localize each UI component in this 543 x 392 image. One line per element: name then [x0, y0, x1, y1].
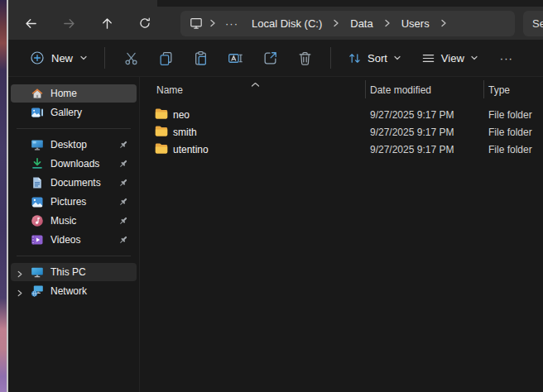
sidebar-item-music[interactable]: Music: [11, 212, 137, 230]
titlebar-strip: [8, 0, 543, 7]
column-resize-handle[interactable]: [483, 80, 484, 98]
file-date-modified: 9/27/2025 9:17 PM: [370, 109, 454, 121]
rename-button[interactable]: [218, 44, 252, 72]
pin-icon[interactable]: [118, 215, 129, 229]
folder-icon: [155, 126, 168, 139]
documents-icon: [31, 176, 44, 189]
new-button[interactable]: New: [22, 45, 96, 70]
paste-button[interactable]: [183, 44, 218, 72]
sidebar-item-desktop[interactable]: Desktop: [11, 136, 137, 154]
up-button[interactable]: [93, 10, 121, 36]
search-visible-text: Se: [532, 17, 543, 30]
breadcrumb-chevron-icon: [330, 19, 342, 27]
breadcrumb-data[interactable]: Data: [344, 15, 379, 32]
share-button[interactable]: [252, 44, 287, 72]
chevron-right-icon[interactable]: [17, 288, 23, 299]
sidebar-item-label: Downloads: [50, 158, 99, 170]
delete-button[interactable]: [287, 44, 322, 72]
sidebar-item-label: Music: [50, 215, 76, 227]
column-header-type[interactable]: Type: [488, 84, 510, 96]
sidebar-item-label: Home: [50, 88, 77, 99]
sidebar-item-network[interactable]: Network: [11, 282, 137, 300]
cut-button[interactable]: [113, 44, 148, 72]
column-header-date-modified[interactable]: Date modified: [370, 84, 431, 96]
address-bar[interactable]: ··· Local Disk (C:) Data Users: [180, 11, 515, 36]
navigation-bar: ··· Local Disk (C:) Data Users Se: [8, 7, 543, 40]
paste-icon: [193, 50, 209, 66]
breadcrumb-chevron-icon: [382, 19, 393, 27]
forward-button[interactable]: [55, 10, 83, 36]
file-list: Name Date modified Type neo 9/27/2025 9:…: [140, 77, 543, 392]
breadcrumb-users[interactable]: Users: [395, 15, 436, 32]
column-resize-handle[interactable]: [365, 80, 366, 98]
folder-icon: [155, 108, 168, 122]
sidebar-item-documents[interactable]: Documents: [11, 174, 137, 192]
folder-icon: [155, 143, 168, 156]
breadcrumb-chevron-icon: [207, 19, 219, 27]
sidebar-item-gallery[interactable]: Gallery: [11, 103, 137, 122]
explorer-window: ··· Local Disk (C:) Data Users Se: [8, 0, 543, 392]
sidebar-item-this-pc[interactable]: This PC: [11, 263, 137, 281]
file-row-neo[interactable]: neo 9/27/2025 9:17 PM File folder: [140, 106, 543, 123]
copy-button[interactable]: [148, 44, 183, 72]
column-header-name[interactable]: Name: [156, 84, 183, 96]
refresh-button[interactable]: [131, 10, 159, 36]
sidebar-item-label: Pictures: [50, 196, 86, 208]
sidebar-item-label: Network: [50, 285, 87, 297]
videos-icon: [31, 233, 44, 246]
pin-icon[interactable]: [118, 139, 129, 153]
sidebar-divider: [17, 128, 131, 129]
sidebar-item-label: Documents: [50, 177, 101, 189]
home-icon: [31, 87, 44, 100]
explorer-body: Home Gallery Desktop: [8, 77, 543, 392]
chevron-down-icon: [470, 55, 478, 61]
sidebar-item-pictures[interactable]: Pictures: [11, 193, 137, 211]
this-pc-icon: [31, 265, 44, 279]
share-icon: [262, 50, 278, 66]
sidebar-item-downloads[interactable]: Downloads: [11, 155, 137, 173]
file-type: File folder: [488, 109, 532, 121]
breadcrumb-drive[interactable]: Local Disk (C:): [245, 15, 329, 32]
file-explorer-window: ··· Local Disk (C:) Data Users Se: [0, 0, 543, 392]
this-pc-icon[interactable]: [187, 17, 205, 30]
gallery-icon: [31, 106, 44, 119]
file-type: File folder: [488, 144, 532, 155]
breadcrumb-overflow-button[interactable]: ···: [220, 17, 243, 30]
sidebar-item-label: This PC: [50, 266, 86, 278]
music-icon: [31, 214, 44, 227]
titlebar-background: [157, 0, 543, 7]
downloads-icon: [31, 157, 44, 170]
back-icon: [24, 17, 38, 31]
pin-icon[interactable]: [118, 158, 129, 172]
rename-icon: [228, 50, 243, 66]
more-options-button[interactable]: ···: [490, 47, 523, 69]
view-button[interactable]: View: [413, 46, 487, 70]
forward-icon: [62, 17, 76, 31]
refresh-icon: [138, 17, 151, 30]
active-tab-remnant: [8, 0, 157, 7]
sidebar-item-home[interactable]: Home: [11, 84, 137, 103]
pin-icon[interactable]: [118, 196, 129, 210]
search-input[interactable]: Se: [523, 11, 543, 36]
sidebar-item-videos[interactable]: Videos: [11, 231, 137, 249]
file-date-modified: 9/27/2025 9:17 PM: [370, 127, 454, 138]
copy-icon: [158, 50, 174, 66]
sort-button-label: Sort: [368, 52, 387, 65]
file-date-modified: 9/27/2025 9:17 PM: [370, 144, 454, 155]
pin-icon[interactable]: [118, 177, 129, 191]
pin-icon[interactable]: [118, 234, 129, 248]
scissors-icon: [123, 50, 139, 66]
sort-button[interactable]: Sort: [339, 46, 410, 70]
sidebar-item-label: Gallery: [50, 107, 82, 118]
chevron-down-icon: [393, 55, 401, 61]
chevron-right-icon[interactable]: [17, 269, 23, 280]
breadcrumb-chevron-icon: [438, 19, 449, 27]
desktop-wallpaper-sliver: [0, 0, 7, 392]
back-button[interactable]: [17, 10, 45, 36]
plus-circle-icon: [30, 50, 45, 65]
sort-ascending-icon: [251, 79, 260, 90]
view-button-label: View: [441, 52, 464, 65]
file-row-smith[interactable]: smith 9/27/2025 9:17 PM File folder: [140, 123, 543, 141]
file-row-utentino[interactable]: utentino 9/27/2025 9:17 PM File folder: [140, 141, 543, 158]
sidebar-divider: [17, 256, 131, 256]
